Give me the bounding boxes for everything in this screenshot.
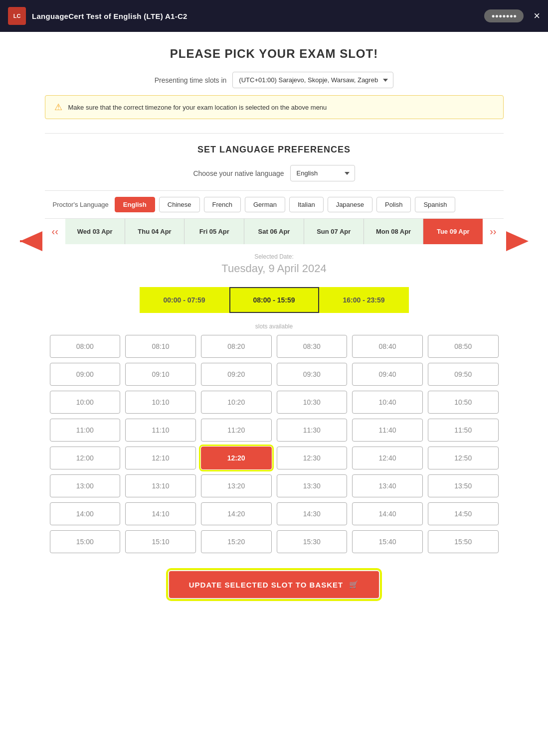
svg-marker-2	[506, 231, 529, 251]
time-slot[interactable]: 10:30	[277, 391, 348, 414]
top-bar-right: ●●●●●●● ×	[484, 9, 540, 22]
time-slot[interactable]: 13:10	[125, 474, 196, 497]
time-slot[interactable]: 13:30	[277, 474, 348, 497]
selected-date-section: Selected Date: Tuesday, 9 April 2024	[45, 244, 504, 280]
time-slot[interactable]: 09:00	[50, 363, 121, 386]
time-slot[interactable]: 15:50	[428, 530, 499, 553]
time-slot[interactable]: 14:50	[428, 502, 499, 525]
section-language-title: SET LANGUAGE PREFERENCES	[45, 145, 504, 155]
time-slot[interactable]: 13:20	[201, 474, 272, 497]
time-slot[interactable]: 12:30	[277, 447, 348, 469]
lang-btn-polish[interactable]: Polish	[376, 197, 411, 212]
time-slot[interactable]: 10:00	[50, 391, 121, 414]
calendar-days-row: Wed 03 Apr Thu 04 Apr Fri 05 Apr Sat 06 …	[65, 219, 483, 244]
time-slot[interactable]: 11:40	[352, 419, 423, 442]
selected-date-value: Tuesday, 9 April 2024	[45, 262, 504, 275]
cart-icon: 🛒	[349, 580, 359, 589]
right-arrow-indicator	[506, 229, 531, 256]
cal-day-sun[interactable]: Sun 07 Apr	[304, 219, 364, 244]
lang-btn-chinese[interactable]: Chinese	[159, 197, 200, 212]
page-title: PLEASE PICK YOUR EXAM SLOT!	[45, 47, 504, 61]
close-button[interactable]: ×	[534, 9, 540, 22]
time-slot[interactable]: 13:40	[352, 474, 423, 497]
lang-btn-french[interactable]: French	[204, 197, 241, 212]
time-slot[interactable]: 15:20	[201, 530, 272, 553]
time-slot[interactable]: 10:40	[352, 391, 423, 414]
main-content: PLEASE PICK YOUR EXAM SLOT! Presenting t…	[35, 32, 514, 638]
time-slot[interactable]: 09:50	[428, 363, 499, 386]
time-slot[interactable]: 11:20	[201, 419, 272, 442]
time-slot[interactable]: 12:00	[50, 447, 121, 469]
time-slot[interactable]: 08:50	[428, 335, 499, 358]
cal-day-tue[interactable]: Tue 09 Apr	[423, 219, 483, 244]
lang-btn-japanese[interactable]: Japanese	[328, 197, 372, 212]
calendar-next-button[interactable]: ››	[483, 219, 503, 244]
time-slot[interactable]: 09:20	[201, 363, 272, 386]
time-slot[interactable]: 15:40	[352, 530, 423, 553]
calendar-nav: ‹‹ Wed 03 Apr Thu 04 Apr Fri 05 Apr Sat …	[45, 219, 504, 244]
lang-btn-german[interactable]: German	[245, 197, 285, 212]
time-slot[interactable]: 09:40	[352, 363, 423, 386]
time-slot[interactable]: 09:10	[125, 363, 196, 386]
slots-available-label: slots available	[45, 323, 504, 330]
time-slot[interactable]: 09:30	[277, 363, 348, 386]
cal-day-sat[interactable]: Sat 06 Apr	[244, 219, 304, 244]
time-slot[interactable]: 14:10	[125, 502, 196, 525]
cal-day-fri[interactable]: Fri 05 Apr	[184, 219, 244, 244]
time-slot[interactable]: 13:00	[50, 474, 121, 497]
cal-day-mon[interactable]: Mon 08 Apr	[364, 219, 424, 244]
time-slot[interactable]: 11:30	[277, 419, 348, 442]
time-range-tab-0[interactable]: 00:00 - 07:59	[140, 287, 229, 313]
time-slot[interactable]: 15:00	[50, 530, 121, 553]
time-slot[interactable]: 13:50	[428, 474, 499, 497]
time-slot[interactable]: 11:50	[428, 419, 499, 442]
time-range-tab-2[interactable]: 16:00 - 23:59	[319, 287, 409, 313]
time-slot[interactable]: 08:00	[50, 335, 121, 358]
time-slot[interactable]: 12:20	[201, 447, 272, 469]
update-btn-wrap: UPDATE SELECTED SLOT TO BASKET 🛒	[45, 571, 504, 608]
time-slot[interactable]: 08:30	[277, 335, 348, 358]
timezone-select[interactable]: (UTC+01:00) Sarajevo, Skopje, Warsaw, Za…	[232, 72, 393, 88]
top-bar: LC LanguageCert Test of English (LTE) A1…	[0, 0, 548, 32]
time-slot[interactable]: 14:00	[50, 502, 121, 525]
time-grid: 08:0008:1008:2008:3008:4008:5009:0009:10…	[45, 335, 504, 553]
time-slot[interactable]: 10:10	[125, 391, 196, 414]
selected-date-label: Selected Date:	[45, 253, 504, 260]
app-title: LanguageCert Test of English (LTE) A1-C2	[32, 12, 187, 20]
time-slot[interactable]: 11:10	[125, 419, 196, 442]
time-slot[interactable]: 12:50	[428, 447, 499, 469]
time-slot[interactable]: 12:40	[352, 447, 423, 469]
calendar-prev-button[interactable]: ‹‹	[45, 219, 65, 244]
time-slot[interactable]: 12:10	[125, 447, 196, 469]
timezone-row: Presenting time slots in (UTC+01:00) Sar…	[45, 72, 504, 88]
time-range-tab-1[interactable]: 08:00 - 15:59	[229, 287, 319, 313]
warning-icon: ⚠	[54, 102, 62, 113]
lang-btn-italian[interactable]: Italian	[289, 197, 324, 212]
lang-btn-english[interactable]: English	[115, 197, 155, 212]
time-slot[interactable]: 08:10	[125, 335, 196, 358]
lang-btn-spanish[interactable]: Spanish	[415, 197, 455, 212]
time-slot[interactable]: 11:00	[50, 419, 121, 442]
native-language-label: Choose your native language	[193, 169, 284, 177]
time-slot[interactable]: 15:10	[125, 530, 196, 553]
proctor-language-bar: Proctor's Language English Chinese Frenc…	[45, 190, 504, 219]
time-slot[interactable]: 14:20	[201, 502, 272, 525]
cal-day-thu[interactable]: Thu 04 Apr	[125, 219, 185, 244]
update-btn-label: UPDATE SELECTED SLOT TO BASKET	[189, 581, 343, 589]
cal-day-wed[interactable]: Wed 03 Apr	[65, 219, 125, 244]
time-slot[interactable]: 14:40	[352, 502, 423, 525]
native-language-select[interactable]: English	[290, 165, 355, 181]
time-slot[interactable]: 15:30	[277, 530, 348, 553]
warning-box: ⚠ Make sure that the correct timezone fo…	[45, 95, 504, 119]
time-slot[interactable]: 08:40	[352, 335, 423, 358]
time-slot[interactable]: 08:20	[201, 335, 272, 358]
warning-text: Make sure that the correct timezone for …	[68, 104, 327, 111]
left-arrow-indicator	[17, 229, 42, 256]
time-slot[interactable]: 10:20	[201, 391, 272, 414]
time-slot[interactable]: 14:30	[277, 502, 348, 525]
time-slot[interactable]: 10:50	[428, 391, 499, 414]
time-range-tabs: 00:00 - 07:59 08:00 - 15:59 16:00 - 23:5…	[140, 287, 409, 313]
user-badge: ●●●●●●●	[484, 9, 524, 22]
update-slot-button[interactable]: UPDATE SELECTED SLOT TO BASKET 🛒	[169, 571, 379, 598]
proctor-language-label: Proctor's Language	[53, 201, 109, 208]
